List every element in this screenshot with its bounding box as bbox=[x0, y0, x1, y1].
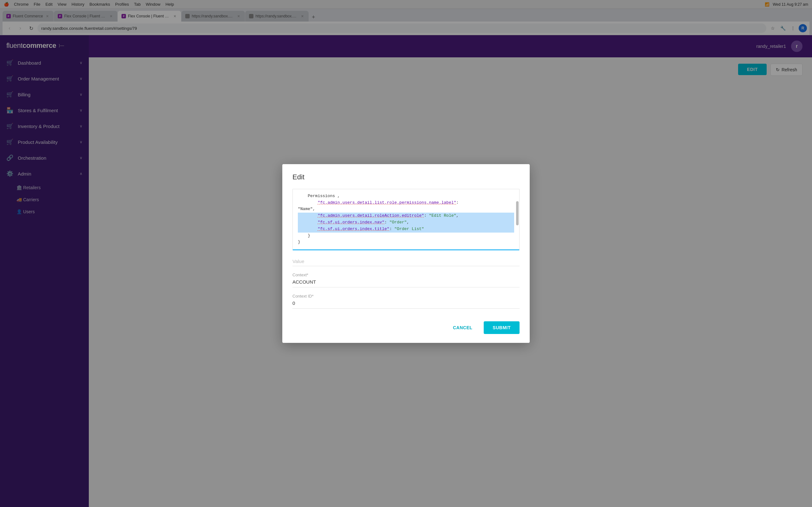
context-value: ACCOUNT bbox=[293, 279, 519, 287]
cancel-button[interactable]: CANCEL bbox=[445, 321, 480, 334]
code-line-1: Permissions , bbox=[298, 193, 514, 200]
code-line-close1: } bbox=[298, 233, 514, 239]
submit-button[interactable]: SUBMIT bbox=[484, 321, 519, 334]
code-string-3: "Order List" bbox=[394, 227, 424, 231]
context-field: Context* ACCOUNT bbox=[293, 273, 519, 287]
code-line-selected-1: "fc.admin.users.detail.roleAction.editro… bbox=[298, 213, 514, 219]
code-line-selected-3: "fc.sf.ui.orders.index.title": "Order Li… bbox=[298, 226, 514, 233]
code-line-2: "fc.admin.users.detail.list.role.permiss… bbox=[298, 200, 514, 206]
code-key-1: "fc.admin.users.detail.list.role.permiss… bbox=[317, 200, 456, 205]
value-input[interactable] bbox=[293, 257, 519, 266]
context-id-label: Context ID* bbox=[293, 294, 519, 298]
dialog-body: Permissions , "fc.admin.users.detail.lis… bbox=[282, 186, 530, 316]
code-key-selected-1: "fc.admin.users.detail.roleAction.editro… bbox=[317, 213, 424, 218]
dialog-footer: CANCEL SUBMIT bbox=[282, 316, 530, 343]
code-line-close2: } bbox=[298, 239, 514, 245]
code-line-3: "Name", bbox=[298, 206, 514, 213]
code-string-2: "Order" bbox=[390, 220, 407, 225]
code-key-selected-3: "fc.sf.ui.orders.index.title" bbox=[317, 227, 389, 231]
code-string-1: "Edit Role" bbox=[429, 213, 456, 218]
editor-scrollbar[interactable] bbox=[516, 201, 519, 225]
dialog-header: Edit bbox=[282, 164, 530, 186]
code-line-selected-2: "fc.sf.ui.orders.index.nav": "Order", bbox=[298, 219, 514, 226]
dialog-title: Edit bbox=[293, 173, 519, 181]
modal-overlay: Edit Permissions , "fc.admin.users.detai… bbox=[0, 0, 812, 507]
context-id-field: Context ID* 0 bbox=[293, 294, 519, 308]
context-label: Context* bbox=[293, 273, 519, 277]
edit-dialog: Edit Permissions , "fc.admin.users.detai… bbox=[282, 164, 530, 343]
code-key-selected-2: "fc.sf.ui.orders.index.nav" bbox=[317, 220, 385, 225]
code-editor[interactable]: Permissions , "fc.admin.users.detail.lis… bbox=[293, 189, 519, 250]
value-field bbox=[293, 257, 519, 266]
context-id-value: 0 bbox=[293, 300, 519, 308]
